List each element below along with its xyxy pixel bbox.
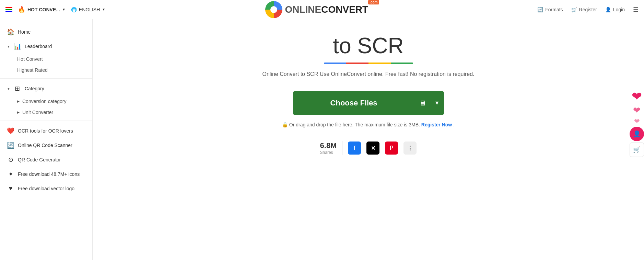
- leaderboard-icon: 📊: [14, 43, 21, 50]
- sidebar-item-hot-convert[interactable]: Hot Convert: [17, 54, 92, 65]
- choose-files-button[interactable]: Choose Files: [293, 91, 415, 115]
- sidebar-item-highest-rated[interactable]: Highest Rated: [17, 65, 92, 76]
- sidebar-item-ocr[interactable]: ❤️ OCR tools for OCR lovers: [0, 124, 92, 138]
- topnav-right: 🔄 Formats 🛒 Register 👤 Login ☰: [537, 6, 639, 13]
- vector-icon: ♥: [7, 185, 14, 192]
- register-button[interactable]: 🛒 Register: [571, 7, 597, 12]
- subtitle: Online Convert to SCR Use OnlineConvert …: [262, 71, 474, 77]
- sidebar-item-vector[interactable]: ♥ Free download vector logo: [0, 181, 92, 195]
- share-icon: ⋮: [407, 145, 413, 151]
- register-label: Register: [579, 7, 597, 12]
- pinterest-icon: P: [390, 145, 394, 151]
- language-label: ENGLISH: [79, 7, 100, 12]
- sidebar-hot-convert-label: Hot Convert: [17, 56, 43, 62]
- unit-chevron-icon: ▶: [17, 111, 20, 114]
- floating-avatar-button[interactable]: 👤: [630, 127, 644, 141]
- fire-icon: 🔥: [18, 6, 25, 13]
- login-label: Login: [613, 7, 625, 12]
- cart-icon: 🛒: [633, 146, 641, 154]
- sidebar-divider-2: [0, 121, 92, 121]
- drag-drop-period: .: [453, 122, 455, 127]
- icons-icon: ✦: [7, 170, 14, 178]
- category-submenu: ▶ Conversion category ▶ Unit Converter: [0, 96, 92, 118]
- heart-small-icon: ❤: [634, 117, 640, 125]
- hot-convert-chevron-icon: ▼: [62, 8, 66, 11]
- category-chevron-icon: ▼: [7, 87, 10, 91]
- qr-generator-icon: ⊙: [7, 156, 14, 163]
- page-title: to SCR: [333, 33, 403, 58]
- drag-drop-static-text: Or drag and drop the file here. The maxi…: [289, 122, 421, 127]
- floating-cart-button[interactable]: 🛒: [630, 143, 644, 157]
- x-share-button[interactable]: ✕: [366, 142, 379, 155]
- sidebar-vector-label: Free download vector logo: [18, 186, 74, 191]
- category-icon: ⊞: [14, 85, 21, 92]
- shares-count-group: 6.8M Shares: [320, 141, 337, 155]
- monitor-icon[interactable]: 🖥: [415, 99, 430, 107]
- formats-button[interactable]: 🔄 Formats: [537, 7, 563, 12]
- shares-count: 6.8M: [320, 141, 337, 150]
- logo-inner: [270, 6, 277, 13]
- home-icon: 🏠: [7, 28, 14, 36]
- sidebar-item-unit-converter[interactable]: ▶ Unit Converter: [17, 107, 92, 118]
- sidebar-home-label: Home: [18, 29, 31, 35]
- logo-text-group: ONLINECONVERT .com: [285, 4, 379, 15]
- sidebar-conversion-category-label: Conversion category: [22, 99, 66, 104]
- logo-circle-icon: [265, 1, 282, 18]
- sidebar-ocr-label: OCR tools for OCR lovers: [18, 128, 73, 134]
- lang-chevron-icon: ▼: [102, 8, 105, 11]
- drag-drop-text: 🔒 Or drag and drop the file here. The ma…: [282, 122, 455, 127]
- sidebar-item-category[interactable]: ▼ ⊞ Category: [0, 81, 92, 96]
- sidebar-item-qr-scanner[interactable]: 🔄 Online QR Code Scanner: [0, 138, 92, 152]
- hamburger-icon[interactable]: [5, 7, 12, 12]
- shares-label: Shares: [320, 150, 337, 155]
- sidebar-item-home[interactable]: 🏠 Home: [0, 25, 92, 39]
- heart-med-icon: ❤: [633, 105, 641, 116]
- logo-com-badge: .com: [368, 0, 379, 4]
- register-icon: 🛒: [571, 7, 577, 12]
- logo-online-text: ONLINECONVERT: [285, 4, 368, 15]
- topnav-left: 🔥 HOT CONVE... ▼ 🌐 ENGLISH ▼: [5, 6, 105, 13]
- sidebar-category-label: Category: [25, 86, 44, 91]
- pinterest-share-button[interactable]: P: [385, 142, 398, 155]
- floating-panel: ❤ ❤ ❤ 👤 🛒: [630, 89, 644, 157]
- topnav: 🔥 HOT CONVE... ▼ 🌐 ENGLISH ▼ ONLINECONVE…: [0, 0, 644, 19]
- menu-icon[interactable]: ☰: [633, 6, 639, 13]
- ocr-icon: ❤️: [7, 127, 14, 135]
- conversion-chevron-icon: ▶: [17, 100, 20, 103]
- sidebar-item-icons[interactable]: ✦ Free download 48.7M+ icons: [0, 167, 92, 181]
- register-now-link[interactable]: Register Now: [421, 122, 452, 127]
- language-button[interactable]: 🌐 ENGLISH ▼: [71, 7, 105, 12]
- choose-files-container: Choose Files 🖥 ▼: [293, 91, 444, 115]
- facebook-icon: f: [354, 145, 355, 151]
- lock-icon: 🔒: [282, 122, 288, 127]
- sidebar-icons-label: Free download 48.7M+ icons: [18, 171, 80, 177]
- x-icon: ✕: [371, 145, 375, 151]
- shares-divider: [342, 141, 342, 155]
- title-underline: [324, 63, 413, 64]
- login-button[interactable]: 👤 Login: [605, 7, 625, 12]
- choose-files-options: 🖥 ▼: [415, 91, 444, 115]
- sidebar-qr-generator-label: QR Code Generator: [18, 157, 61, 162]
- hot-convert-button[interactable]: 🔥 HOT CONVE... ▼: [18, 6, 66, 13]
- sidebar: 🏠 Home ▼ 📊 Leaderboard Hot Convert Highe…: [0, 19, 93, 260]
- formats-icon: 🔄: [537, 7, 543, 12]
- avatar-icon: 👤: [633, 130, 641, 138]
- sidebar-leaderboard-label: Leaderboard: [25, 44, 52, 49]
- sidebar-item-conversion-category[interactable]: ▶ Conversion category: [17, 96, 92, 107]
- leaderboard-submenu: Hot Convert Highest Rated: [0, 54, 92, 76]
- sidebar-item-qr-generator[interactable]: ⊙ QR Code Generator: [0, 152, 92, 167]
- layout: 🏠 Home ▼ 📊 Leaderboard Hot Convert Highe…: [0, 19, 644, 260]
- sidebar-unit-converter-label: Unit Converter: [22, 110, 53, 115]
- heart-big-icon: ❤: [632, 89, 642, 104]
- sidebar-highest-rated-label: Highest Rated: [17, 67, 48, 73]
- facebook-share-button[interactable]: f: [348, 142, 361, 155]
- main-content: to SCR Online Convert to SCR Use OnlineC…: [93, 19, 644, 260]
- qr-scanner-icon: 🔄: [7, 142, 14, 149]
- sidebar-qr-scanner-label: Online QR Code Scanner: [18, 143, 72, 148]
- globe-icon: 🌐: [71, 7, 77, 12]
- hot-convert-label: HOT CONVE...: [27, 7, 60, 12]
- sidebar-item-leaderboard[interactable]: ▼ 📊 Leaderboard: [0, 39, 92, 54]
- choose-files-chevron-icon[interactable]: ▼: [430, 100, 444, 106]
- generic-share-button[interactable]: ⋮: [403, 142, 417, 155]
- logo[interactable]: ONLINECONVERT .com: [265, 1, 379, 18]
